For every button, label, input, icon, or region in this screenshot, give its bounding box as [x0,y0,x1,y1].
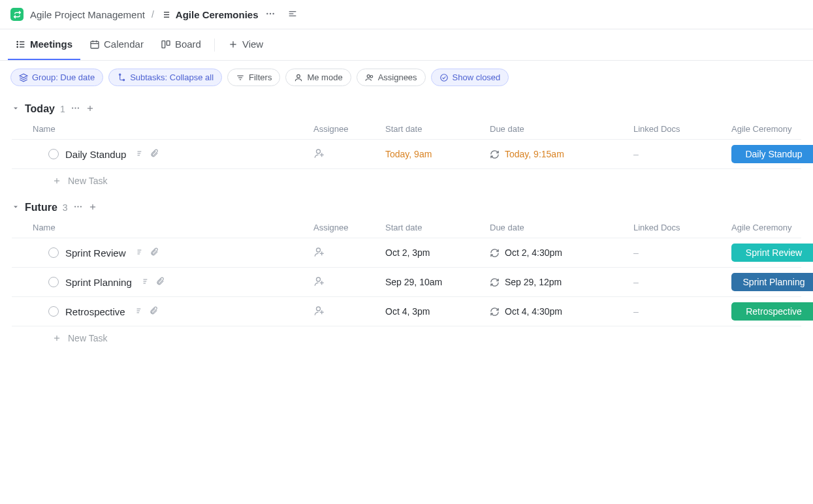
group-more-icon[interactable] [71,103,80,115]
linked-docs-cell[interactable]: – [633,149,731,159]
ceremony-cell[interactable]: Sprint Review [731,244,813,262]
chip-subtasks[interactable]: Subtasks: Collapse all [108,69,222,86]
chip-label: Me mode [307,72,342,82]
task-name-cell: ▸ Daily Standup [33,149,313,160]
task-row[interactable]: ▸ Daily Standup Today, 9am Today, 9:15am… [12,140,801,169]
linked-docs-cell[interactable]: – [633,277,731,287]
new-task-label: New Task [68,176,107,186]
due-date-cell[interactable]: Oct 2, 4:30pm [490,247,633,258]
task-name[interactable]: Sprint Planning [65,277,132,288]
due-date-cell[interactable]: Today, 9:15am [490,149,633,159]
column-header[interactable]: Agile Ceremony [731,223,813,232]
collapse-icon[interactable] [287,8,298,21]
list-icon [16,39,26,50]
task-name[interactable]: Daily Standup [65,149,126,160]
group-collapse-toggle[interactable] [12,202,20,213]
start-date-cell[interactable]: Oct 4, 3pm [385,306,490,317]
plus-icon [228,39,238,50]
task-status-circle[interactable] [48,306,59,317]
tab-label: Meetings [30,39,72,50]
filter-bar: Group: Due date Subtasks: Collapse all F… [0,61,813,94]
task-name[interactable]: Retrospective [65,306,125,317]
assignee-cell[interactable] [313,276,385,289]
group-add-icon[interactable] [88,202,97,213]
ceremony-cell[interactable]: Daily Standup [731,145,813,163]
chip-group[interactable]: Group: Due date [10,69,103,86]
recurring-icon [490,248,500,258]
task-row[interactable]: ▸ Sprint Planning Sep 29, 10am Sep 29, 1… [12,268,801,297]
space-icon[interactable] [10,8,24,21]
task-name[interactable]: Sprint Review [65,247,126,259]
chip-me-mode[interactable]: Me mode [285,69,351,86]
column-header[interactable]: Linked Docs [633,223,731,232]
description-icon[interactable] [135,247,144,259]
tab-add-view[interactable]: View [220,29,271,60]
attachment-icon[interactable] [149,306,158,317]
attachment-icon[interactable] [155,277,165,288]
attachment-icon[interactable] [150,149,159,160]
ceremony-cell[interactable]: Sprint Planning [731,273,813,291]
plus-icon [52,176,61,185]
tab-separator [214,39,215,52]
assignee-cell[interactable] [313,246,385,260]
breadcrumb-space[interactable]: Agile Project Management [30,9,145,20]
task-group: Future 3 NameAssigneeStart dateDue dateL… [0,198,813,350]
tab-label: Board [175,39,201,50]
column-header[interactable]: Start date [385,124,490,134]
start-date-cell[interactable]: Sep 29, 10am [385,277,490,287]
column-headers: NameAssigneeStart dateDue dateLinked Doc… [12,119,801,140]
svg-rect-18 [91,41,99,48]
new-task-button[interactable]: New Task [12,169,801,193]
linked-docs-cell[interactable]: – [633,247,731,258]
new-task-button[interactable]: New Task [12,326,801,350]
column-header[interactable]: Name [33,223,313,232]
tab-board[interactable]: Board [153,29,209,60]
svg-point-32 [297,74,300,78]
attachment-icon[interactable] [150,247,159,259]
group-add-icon[interactable] [86,104,95,115]
start-date-cell[interactable]: Today, 9am [385,149,490,159]
person-icon [294,73,303,82]
assignee-cell[interactable] [313,148,385,161]
linked-docs-cell[interactable]: – [633,306,731,317]
chip-assignees[interactable]: Assignees [357,69,426,86]
group-collapse-toggle[interactable] [12,104,20,114]
svg-point-8 [272,12,274,14]
more-icon[interactable] [265,8,276,21]
task-row[interactable]: ▸ Sprint Review Oct 2, 3pm Oct 2, 4:30pm… [12,238,801,268]
tab-calendar[interactable]: Calendar [82,29,151,60]
column-header[interactable]: Assignee [313,223,385,232]
column-header[interactable]: Agile Ceremony [731,124,813,134]
svg-point-33 [367,74,370,77]
svg-point-15 [17,41,18,42]
ceremony-cell[interactable]: Retrospective [731,302,813,321]
column-header[interactable]: Due date [490,223,633,232]
chip-filters[interactable]: Filters [227,69,280,86]
group-count: 3 [63,202,68,213]
due-date-cell[interactable]: Sep 29, 12pm [490,277,633,287]
task-status-circle[interactable] [48,149,59,159]
task-row[interactable]: ▸ Retrospective Oct 4, 3pm Oct 4, 4:30pm… [12,297,801,326]
start-date-cell[interactable]: Oct 2, 3pm [385,247,490,258]
task-group: Today 1 NameAssigneeStart dateDue dateLi… [0,99,813,193]
breadcrumb-list[interactable]: Agile Ceremonies [176,9,259,20]
description-icon[interactable] [135,306,144,317]
column-headers: NameAssigneeStart dateDue dateLinked Doc… [12,217,801,238]
layers-icon [19,73,28,82]
plus-icon [52,334,61,343]
column-header[interactable]: Name [33,124,313,134]
chip-show-closed[interactable]: Show closed [431,69,509,86]
tab-label: View [242,39,263,50]
description-icon[interactable] [141,277,150,288]
task-status-circle[interactable] [48,277,59,287]
due-date-cell[interactable]: Oct 4, 4:30pm [490,306,633,317]
column-header[interactable]: Assignee [313,124,385,134]
column-header[interactable]: Due date [490,124,633,134]
assignee-cell[interactable] [313,305,385,319]
task-status-circle[interactable] [48,247,59,258]
column-header[interactable]: Linked Docs [633,124,731,134]
description-icon[interactable] [135,149,144,160]
column-header[interactable]: Start date [385,223,490,232]
group-more-icon[interactable] [73,202,83,213]
tab-meetings[interactable]: Meetings [8,29,80,60]
